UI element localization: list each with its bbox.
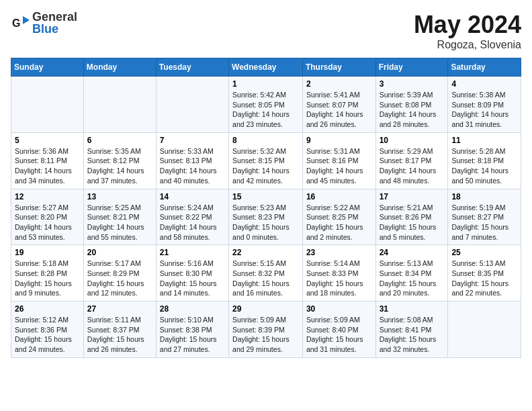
- day-number: 4: [451, 79, 517, 89]
- month-year: May 2024: [414, 11, 521, 39]
- calendar-cell: [156, 77, 228, 133]
- day-info: Sunrise: 5:41 AM Sunset: 8:07 PM Dayligh…: [306, 90, 372, 130]
- day-info: Sunrise: 5:19 AM Sunset: 8:27 PM Dayligh…: [451, 203, 517, 242]
- calendar-week-row: 1Sunrise: 5:42 AM Sunset: 8:05 PM Daylig…: [11, 77, 521, 133]
- calendar-cell: 18Sunrise: 5:19 AM Sunset: 8:27 PM Dayli…: [448, 189, 521, 245]
- day-number: 2: [306, 79, 372, 89]
- day-info: Sunrise: 5:28 AM Sunset: 8:18 PM Dayligh…: [451, 146, 517, 186]
- calendar-cell: 12Sunrise: 5:27 AM Sunset: 8:20 PM Dayli…: [11, 189, 84, 245]
- day-info: Sunrise: 5:15 AM Sunset: 8:32 PM Dayligh…: [232, 259, 299, 298]
- day-info: Sunrise: 5:09 AM Sunset: 8:39 PM Dayligh…: [232, 315, 299, 355]
- day-number: 14: [160, 192, 225, 201]
- location: Rogoza, Slovenia: [414, 39, 521, 51]
- calendar-cell: 16Sunrise: 5:22 AM Sunset: 8:25 PM Dayli…: [302, 189, 375, 245]
- day-number: 6: [87, 136, 152, 145]
- day-number: 9: [306, 136, 372, 145]
- svg-marker-1: [23, 16, 30, 24]
- calendar-week-row: 5Sunrise: 5:36 AM Sunset: 8:11 PM Daylig…: [11, 132, 521, 189]
- weekday-header-sunday: Sunday: [11, 58, 84, 77]
- day-info: Sunrise: 5:24 AM Sunset: 8:22 PM Dayligh…: [160, 203, 225, 242]
- day-info: Sunrise: 5:16 AM Sunset: 8:30 PM Dayligh…: [160, 259, 225, 298]
- calendar-cell: 28Sunrise: 5:10 AM Sunset: 8:38 PM Dayli…: [156, 302, 228, 358]
- logo-icon: G: [11, 13, 30, 32]
- day-number: 13: [87, 192, 152, 201]
- day-number: 26: [15, 304, 80, 314]
- calendar-cell: [448, 302, 521, 358]
- day-number: 3: [380, 79, 445, 89]
- day-info: Sunrise: 5:42 AM Sunset: 8:05 PM Dayligh…: [232, 90, 299, 130]
- calendar-cell: 6Sunrise: 5:35 AM Sunset: 8:12 PM Daylig…: [83, 132, 156, 189]
- weekday-header-monday: Monday: [83, 58, 156, 77]
- calendar-cell: 15Sunrise: 5:23 AM Sunset: 8:23 PM Dayli…: [229, 189, 303, 245]
- day-info: Sunrise: 5:25 AM Sunset: 8:21 PM Dayligh…: [87, 203, 152, 242]
- day-info: Sunrise: 5:13 AM Sunset: 8:35 PM Dayligh…: [451, 259, 517, 298]
- calendar-cell: 19Sunrise: 5:18 AM Sunset: 8:28 PM Dayli…: [11, 245, 84, 302]
- calendar-cell: 2Sunrise: 5:41 AM Sunset: 8:07 PM Daylig…: [302, 77, 375, 133]
- calendar-cell: 31Sunrise: 5:08 AM Sunset: 8:41 PM Dayli…: [375, 302, 448, 358]
- calendar-cell: 8Sunrise: 5:32 AM Sunset: 8:15 PM Daylig…: [229, 132, 303, 189]
- day-info: Sunrise: 5:12 AM Sunset: 8:36 PM Dayligh…: [15, 315, 80, 355]
- day-info: Sunrise: 5:21 AM Sunset: 8:26 PM Dayligh…: [380, 203, 445, 242]
- day-info: Sunrise: 5:18 AM Sunset: 8:28 PM Dayligh…: [15, 259, 80, 298]
- calendar-cell: 29Sunrise: 5:09 AM Sunset: 8:39 PM Dayli…: [229, 302, 303, 358]
- day-number: 28: [160, 304, 225, 314]
- calendar-cell: 24Sunrise: 5:13 AM Sunset: 8:34 PM Dayli…: [375, 245, 448, 302]
- logo-line2: Blue: [32, 23, 77, 35]
- calendar-week-row: 19Sunrise: 5:18 AM Sunset: 8:28 PM Dayli…: [11, 245, 521, 302]
- calendar-cell: 17Sunrise: 5:21 AM Sunset: 8:26 PM Dayli…: [375, 189, 448, 245]
- title-block: May 2024 Rogoza, Slovenia: [414, 11, 521, 51]
- day-number: 16: [306, 192, 372, 201]
- logo: G General Blue: [11, 11, 77, 35]
- day-info: Sunrise: 5:32 AM Sunset: 8:15 PM Dayligh…: [232, 146, 299, 186]
- day-info: Sunrise: 5:13 AM Sunset: 8:34 PM Dayligh…: [380, 259, 445, 298]
- calendar-week-row: 12Sunrise: 5:27 AM Sunset: 8:20 PM Dayli…: [11, 189, 521, 245]
- day-number: 5: [15, 136, 80, 145]
- weekday-header-thursday: Thursday: [302, 58, 375, 77]
- day-number: 23: [306, 248, 372, 257]
- day-info: Sunrise: 5:17 AM Sunset: 8:29 PM Dayligh…: [87, 259, 152, 298]
- day-number: 20: [87, 248, 152, 257]
- calendar-table: SundayMondayTuesdayWednesdayThursdayFrid…: [11, 58, 521, 358]
- day-info: Sunrise: 5:35 AM Sunset: 8:12 PM Dayligh…: [87, 146, 152, 186]
- day-number: 25: [451, 248, 517, 257]
- day-info: Sunrise: 5:27 AM Sunset: 8:20 PM Dayligh…: [15, 203, 80, 242]
- day-number: 12: [15, 192, 80, 201]
- calendar-cell: 23Sunrise: 5:14 AM Sunset: 8:33 PM Dayli…: [302, 245, 375, 302]
- calendar-cell: 7Sunrise: 5:33 AM Sunset: 8:13 PM Daylig…: [156, 132, 228, 189]
- svg-text:G: G: [12, 17, 20, 29]
- calendar-cell: 11Sunrise: 5:28 AM Sunset: 8:18 PM Dayli…: [448, 132, 521, 189]
- day-number: 30: [306, 304, 372, 314]
- calendar-cell: 3Sunrise: 5:39 AM Sunset: 8:08 PM Daylig…: [375, 77, 448, 133]
- calendar-cell: 20Sunrise: 5:17 AM Sunset: 8:29 PM Dayli…: [83, 245, 156, 302]
- calendar-cell: 26Sunrise: 5:12 AM Sunset: 8:36 PM Dayli…: [11, 302, 84, 358]
- day-number: 19: [15, 248, 80, 257]
- day-number: 10: [380, 136, 445, 145]
- weekday-header-friday: Friday: [375, 58, 448, 77]
- day-info: Sunrise: 5:36 AM Sunset: 8:11 PM Dayligh…: [15, 146, 80, 186]
- day-info: Sunrise: 5:29 AM Sunset: 8:17 PM Dayligh…: [380, 146, 445, 186]
- day-info: Sunrise: 5:08 AM Sunset: 8:41 PM Dayligh…: [380, 315, 445, 355]
- day-info: Sunrise: 5:11 AM Sunset: 8:37 PM Dayligh…: [87, 315, 152, 355]
- logo-text: General Blue: [32, 11, 77, 35]
- calendar-cell: 14Sunrise: 5:24 AM Sunset: 8:22 PM Dayli…: [156, 189, 228, 245]
- weekday-header-row: SundayMondayTuesdayWednesdayThursdayFrid…: [11, 58, 521, 77]
- calendar-cell: 27Sunrise: 5:11 AM Sunset: 8:37 PM Dayli…: [83, 302, 156, 358]
- day-number: 15: [232, 192, 299, 201]
- calendar-cell: [11, 77, 84, 133]
- day-number: 18: [451, 192, 517, 201]
- calendar-cell: 30Sunrise: 5:09 AM Sunset: 8:40 PM Dayli…: [302, 302, 375, 358]
- day-info: Sunrise: 5:10 AM Sunset: 8:38 PM Dayligh…: [160, 315, 225, 355]
- weekday-header-saturday: Saturday: [448, 58, 521, 77]
- calendar-cell: 13Sunrise: 5:25 AM Sunset: 8:21 PM Dayli…: [83, 189, 156, 245]
- calendar-cell: 21Sunrise: 5:16 AM Sunset: 8:30 PM Dayli…: [156, 245, 228, 302]
- day-number: 24: [380, 248, 445, 257]
- weekday-header-tuesday: Tuesday: [156, 58, 228, 77]
- day-info: Sunrise: 5:22 AM Sunset: 8:25 PM Dayligh…: [306, 203, 372, 242]
- calendar-cell: 10Sunrise: 5:29 AM Sunset: 8:17 PM Dayli…: [375, 132, 448, 189]
- day-info: Sunrise: 5:23 AM Sunset: 8:23 PM Dayligh…: [232, 203, 299, 242]
- day-number: 17: [380, 192, 445, 201]
- day-number: 22: [232, 248, 299, 257]
- calendar-cell: [83, 77, 156, 133]
- day-number: 1: [232, 79, 299, 89]
- weekday-header-wednesday: Wednesday: [229, 58, 303, 77]
